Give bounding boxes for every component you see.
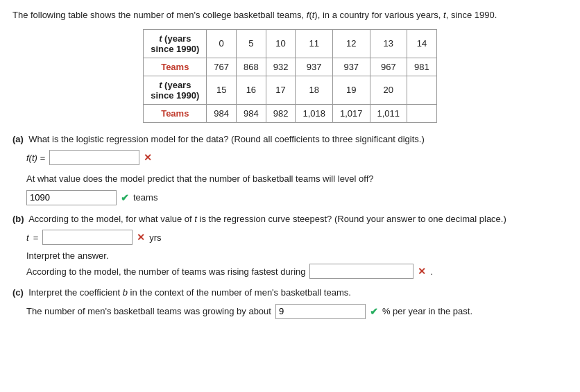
table-cell: 18	[296, 76, 333, 104]
ft-answer-row: f(t) = ✕	[26, 150, 568, 165]
level-off-input[interactable]	[26, 190, 117, 205]
intro-text: The following table shows the number of …	[12, 8, 568, 22]
level-off-section: At what value does the model predict tha…	[26, 172, 568, 205]
table-cell: 19	[332, 76, 370, 104]
table-cell: 16	[237, 76, 266, 104]
table-cell: 14	[407, 29, 437, 58]
interpret-answer-row: According to the model, the number of te…	[26, 264, 568, 279]
level-off-answer-row: ✔ teams	[26, 190, 568, 205]
ft-x-mark: ✕	[144, 152, 152, 163]
table-cell: 937	[332, 58, 370, 76]
t-equals: =	[33, 232, 39, 243]
table-cell: 984	[237, 104, 266, 122]
table-cell: 767	[207, 58, 237, 76]
level-off-unit: teams	[133, 192, 157, 203]
level-off-checkmark: ✔	[121, 192, 129, 203]
part-b-label: (b)	[12, 214, 24, 224]
t-answer-row: t = ✕ yrs	[26, 230, 568, 245]
table-cell	[407, 76, 437, 104]
ft-label: f(t) =	[26, 153, 45, 163]
table-header-t1: t (yearssince 1990)	[144, 29, 207, 58]
table-cell: 10	[266, 29, 296, 58]
table-cell: 982	[266, 104, 296, 122]
part-c: (c) Interpret the coefficient b in the c…	[12, 286, 568, 319]
table-header-teams1: Teams	[144, 58, 207, 76]
part-b: (b) According to the model, for what val…	[12, 212, 568, 280]
table-cell: 1,011	[370, 104, 407, 122]
part-c-question-text: Interpret the coefficient b in the conte…	[28, 287, 351, 298]
table-cell: 868	[237, 58, 266, 76]
table-cell: 15	[207, 76, 237, 104]
part-b-question: (b) According to the model, for what val…	[12, 212, 568, 226]
t-input[interactable]	[42, 230, 133, 245]
part-c-label: (c)	[12, 287, 24, 298]
table-cell: 967	[370, 58, 407, 76]
part-a-question-text: What is the logistic regression model fo…	[28, 134, 425, 144]
table-cell: 12	[332, 29, 370, 58]
part-c-answer-row: The number of men's basketball teams was…	[26, 304, 568, 319]
part-a: (a) What is the logistic regression mode…	[12, 133, 568, 205]
ft-input[interactable]	[49, 150, 139, 165]
part-a-question: (a) What is the logistic regression mode…	[12, 133, 568, 146]
table-cell: 981	[407, 58, 437, 76]
part-c-input[interactable]	[275, 304, 366, 319]
table-cell: 17	[266, 76, 296, 104]
table-cell: 0	[207, 29, 237, 58]
table-cell: 1,018	[296, 104, 333, 122]
part-c-text-after: % per year in the past.	[382, 306, 472, 316]
table-cell: 984	[207, 104, 237, 122]
t-label: t	[26, 232, 29, 243]
part-b-question-text: According to the model, for what value o…	[28, 214, 506, 224]
interpret-section: Interpret the answer. According to the m…	[26, 250, 568, 279]
interpret-x-mark: ✕	[418, 266, 426, 277]
t-unit: yrs	[149, 232, 161, 243]
part-c-question: (c) Interpret the coefficient b in the c…	[12, 286, 568, 300]
table-cell	[407, 104, 437, 122]
table-cell: 13	[370, 29, 407, 58]
part-c-checkmark: ✔	[370, 306, 378, 317]
table-cell: 11	[296, 29, 333, 58]
table-header-t2: t (yearssince 1990)	[144, 76, 207, 104]
interpret-period: .	[430, 266, 433, 277]
table-cell: 1,017	[332, 104, 370, 122]
table-cell: 5	[237, 29, 266, 58]
table-header-teams2: Teams	[144, 104, 207, 122]
t-x-mark: ✕	[137, 232, 145, 243]
interpret-input[interactable]	[309, 264, 413, 279]
interpret-text-before: According to the model, the number of te…	[26, 266, 305, 277]
part-c-text-before: The number of men's basketball teams was…	[26, 306, 271, 316]
data-table: t (yearssince 1990) 0 5 10 11 12 13 14 T…	[143, 29, 437, 123]
table-cell: 932	[266, 58, 296, 76]
level-off-question: At what value does the model predict tha…	[26, 172, 568, 186]
interpret-label: Interpret the answer.	[26, 250, 568, 261]
table-cell: 20	[370, 76, 407, 104]
part-a-label: (a)	[12, 134, 24, 144]
table-cell: 937	[296, 58, 333, 76]
